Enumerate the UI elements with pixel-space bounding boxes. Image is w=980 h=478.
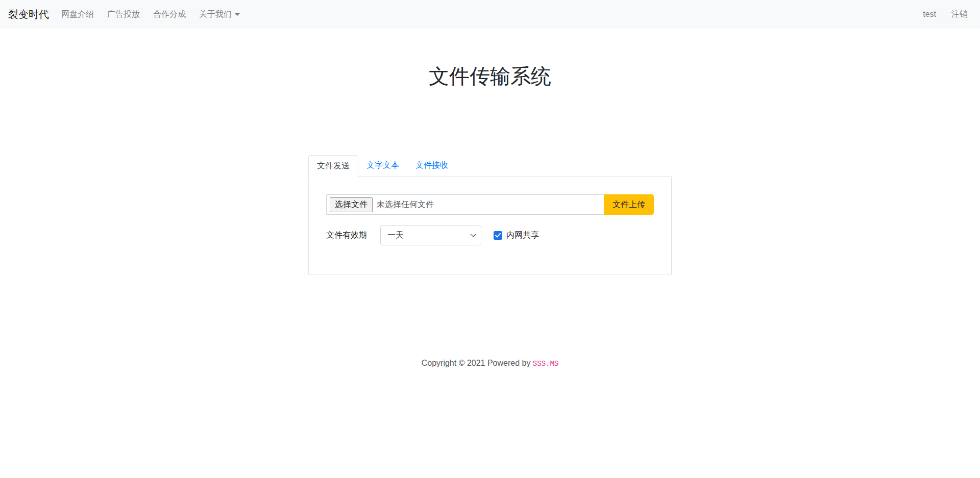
tab-file-receive[interactable]: 文件接收 [407, 155, 456, 177]
nav-item-about-us-dropdown[interactable]: 关于我们 [195, 5, 244, 24]
upload-options-row: 文件有效期 一天 内网共享 [326, 225, 654, 245]
lan-share-option: 内网共享 [494, 230, 539, 241]
expiry-select[interactable]: 一天 [380, 225, 481, 245]
upload-card: 文件发送 文字文本 文件接收 选择文件 未选择任何文件 文件上传 文件有效期 一… [308, 155, 672, 274]
brand-link[interactable]: 裂变时代 [8, 8, 49, 21]
check-icon [495, 233, 501, 238]
tab-text-content[interactable]: 文字文本 [358, 155, 407, 177]
powered-by-link[interactable]: SSS.MS [533, 360, 558, 368]
tab-file-send[interactable]: 文件发送 [308, 155, 358, 177]
copyright-text: Copyright © 2021 Powered by [422, 359, 531, 367]
selected-file-name: 未选择任何文件 [377, 199, 434, 210]
expiry-selected-value: 一天 [387, 230, 404, 241]
navbar: 裂变时代 网盘介绍 广告投放 合作分成 关于我们 test 注销 [0, 0, 980, 29]
lan-share-label: 内网共享 [506, 230, 539, 241]
navbar-menu: 网盘介绍 广告投放 合作分成 关于我们 [57, 5, 912, 24]
footer: Copyright © 2021 Powered by SSS.MS [0, 359, 980, 368]
caret-down-icon [235, 13, 240, 16]
file-send-panel: 选择文件 未选择任何文件 文件上传 文件有效期 一天 内网共享 [308, 177, 672, 274]
upload-button[interactable]: 文件上传 [604, 194, 654, 215]
chevron-down-icon [470, 231, 476, 237]
nav-item-about-us-label: 关于我们 [199, 9, 232, 20]
nav-item-disk-intro[interactable]: 网盘介绍 [57, 5, 98, 24]
username-link[interactable]: test [919, 6, 940, 23]
nav-item-cooperation[interactable]: 合作分成 [149, 5, 190, 24]
logout-link[interactable]: 注销 [947, 5, 972, 24]
expiry-label: 文件有效期 [326, 230, 367, 241]
file-upload-group: 选择文件 未选择任何文件 文件上传 [326, 194, 654, 215]
tab-bar: 文件发送 文字文本 文件接收 [308, 155, 672, 177]
lan-share-checkbox[interactable] [494, 231, 502, 240]
page-title: 文件传输系统 [0, 64, 980, 88]
file-input[interactable]: 选择文件 未选择任何文件 [326, 194, 604, 215]
navbar-right: test 注销 [912, 5, 972, 24]
choose-file-button[interactable]: 选择文件 [330, 197, 373, 212]
nav-item-ad-placement[interactable]: 广告投放 [103, 5, 144, 24]
